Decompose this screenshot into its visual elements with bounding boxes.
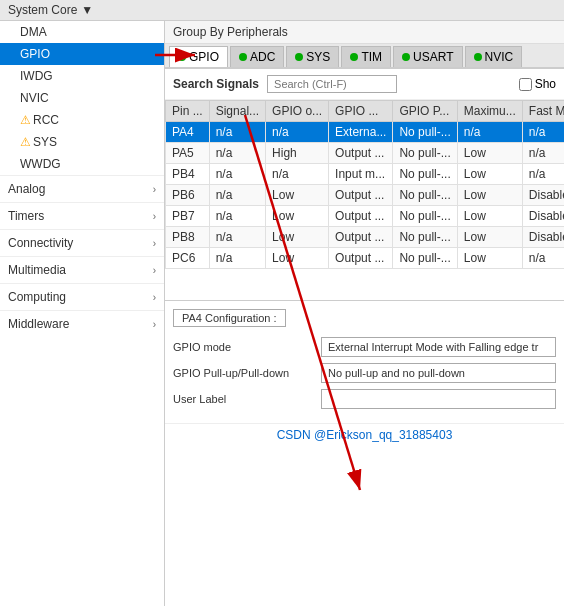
cell-gpio-out: n/a <box>266 122 329 143</box>
nvic-dot <box>474 53 482 61</box>
show-checkbox: Sho <box>519 77 556 91</box>
cell-gpio: Output ... <box>329 248 393 269</box>
table-row[interactable]: PB8 n/a Low Output ... No pull-... Low D… <box>166 227 565 248</box>
user-label-input[interactable] <box>321 389 556 409</box>
col-gpio-out[interactable]: GPIO o... <box>266 101 329 122</box>
tab-nvic[interactable]: NVIC <box>465 46 523 67</box>
cell-max: Low <box>457 248 522 269</box>
show-label: Sho <box>535 77 556 91</box>
cell-gpio-out: n/a <box>266 164 329 185</box>
cell-fast: n/a <box>522 143 564 164</box>
middleware-label: Middleware <box>8 317 69 331</box>
col-gpio[interactable]: GPIO ... <box>329 101 393 122</box>
group-bar: Group By Peripherals <box>165 21 564 44</box>
tab-gpio[interactable]: GPIO <box>169 46 228 69</box>
system-core-label[interactable]: System Core <box>8 3 77 17</box>
multimedia-label: Multimedia <box>8 263 66 277</box>
adc-dot <box>239 53 247 61</box>
sidebar-item-nvic[interactable]: NVIC <box>0 87 164 109</box>
watermark: CSDN @Erickson_qq_31885403 <box>165 423 564 446</box>
warning-icon-sys: ⚠ <box>20 135 31 149</box>
config-row-user-label: User Label <box>173 389 556 409</box>
tab-tim[interactable]: TIM <box>341 46 391 67</box>
cell-pin: PB6 <box>166 185 210 206</box>
cell-pin: PA4 <box>166 122 210 143</box>
cell-gpio-out: Low <box>266 227 329 248</box>
sidebar-group-analog[interactable]: Analog › <box>0 175 164 202</box>
dropdown-arrow[interactable]: ▼ <box>81 3 93 17</box>
sidebar-item-iwdg[interactable]: IWDG <box>0 65 164 87</box>
cell-pull: No pull-... <box>393 122 457 143</box>
cell-gpio: Output ... <box>329 185 393 206</box>
cell-max: Low <box>457 227 522 248</box>
tab-nvic-label: NVIC <box>485 50 514 64</box>
cell-max: Low <box>457 185 522 206</box>
cell-pin: PA5 <box>166 143 210 164</box>
group-bar-label: Group By Peripherals <box>173 25 288 39</box>
cell-fast: n/a <box>522 164 564 185</box>
sidebar-group-computing[interactable]: Computing › <box>0 283 164 310</box>
analog-chevron: › <box>153 184 156 195</box>
sidebar-item-dma[interactable]: DMA <box>0 21 164 43</box>
sidebar-group-connectivity[interactable]: Connectivity › <box>0 229 164 256</box>
cell-max: Low <box>457 206 522 227</box>
col-max[interactable]: Maximu... <box>457 101 522 122</box>
cell-pull: No pull-... <box>393 227 457 248</box>
multimedia-chevron: › <box>153 265 156 276</box>
tab-adc-label: ADC <box>250 50 275 64</box>
cell-signal: n/a <box>209 164 265 185</box>
watermark-text: CSDN @Erickson_qq_31885403 <box>277 428 453 442</box>
table-row[interactable]: PB6 n/a Low Output ... No pull-... Low D… <box>166 185 565 206</box>
gpio-mode-label: GPIO mode <box>173 341 313 353</box>
table-row[interactable]: PA5 n/a High Output ... No pull-... Low … <box>166 143 565 164</box>
cell-gpio: Output ... <box>329 206 393 227</box>
gpio-dot <box>178 53 186 61</box>
table-row[interactable]: PB4 n/a n/a Input m... No pull-... Low n… <box>166 164 565 185</box>
table-header-row: Pin ... Signal... GPIO o... GPIO ... GPI… <box>166 101 565 122</box>
gpio-mode-input[interactable] <box>321 337 556 357</box>
pull-input[interactable] <box>321 363 556 383</box>
config-row-gpio-mode: GPIO mode <box>173 337 556 357</box>
sidebar-item-gpio[interactable]: GPIO <box>0 43 164 65</box>
tab-usart[interactable]: USART <box>393 46 462 67</box>
cell-max: Low <box>457 164 522 185</box>
usart-dot <box>402 53 410 61</box>
config-section: PA4 Configuration : GPIO mode GPIO Pull-… <box>165 300 564 423</box>
table-container: Pin ... Signal... GPIO o... GPIO ... GPI… <box>165 100 564 300</box>
cell-gpio: Input m... <box>329 164 393 185</box>
sidebar-group-multimedia[interactable]: Multimedia › <box>0 256 164 283</box>
sidebar-group-timers[interactable]: Timers › <box>0 202 164 229</box>
search-input[interactable] <box>267 75 397 93</box>
main-layout: DMA GPIO IWDG NVIC ⚠RCC ⚠SYS WWDG Analog… <box>0 21 564 606</box>
sidebar-item-sys[interactable]: ⚠SYS <box>0 131 164 153</box>
sidebar-group-middleware[interactable]: Middleware › <box>0 310 164 337</box>
table-row[interactable]: PA4 n/a n/a Externa... No pull-... n/a n… <box>166 122 565 143</box>
sidebar-item-wwdg[interactable]: WWDG <box>0 153 164 175</box>
cell-fast: Disable <box>522 185 564 206</box>
col-pin[interactable]: Pin ... <box>166 101 210 122</box>
cell-signal: n/a <box>209 143 265 164</box>
col-fast[interactable]: Fast M... <box>522 101 564 122</box>
sidebar-item-rcc[interactable]: ⚠RCC <box>0 109 164 131</box>
table-row[interactable]: PC6 n/a Low Output ... No pull-... Low n… <box>166 248 565 269</box>
tab-adc[interactable]: ADC <box>230 46 284 67</box>
cell-pull: No pull-... <box>393 185 457 206</box>
tab-usart-label: USART <box>413 50 453 64</box>
cell-gpio-out: High <box>266 143 329 164</box>
sys-dot <box>295 53 303 61</box>
table-row[interactable]: PB7 n/a Low Output ... No pull-... Low D… <box>166 206 565 227</box>
computing-chevron: › <box>153 292 156 303</box>
tab-sys[interactable]: SYS <box>286 46 339 67</box>
warning-icon-rcc: ⚠ <box>20 113 31 127</box>
cell-gpio-out: Low <box>266 185 329 206</box>
col-signal[interactable]: Signal... <box>209 101 265 122</box>
col-pull[interactable]: GPIO P... <box>393 101 457 122</box>
cell-pull: No pull-... <box>393 206 457 227</box>
cell-signal: n/a <box>209 227 265 248</box>
cell-signal: n/a <box>209 122 265 143</box>
show-checkbox-input[interactable] <box>519 78 532 91</box>
cell-pull: No pull-... <box>393 164 457 185</box>
cell-signal: n/a <box>209 206 265 227</box>
search-signals-label: Search Signals <box>173 77 259 91</box>
tab-sys-label: SYS <box>306 50 330 64</box>
